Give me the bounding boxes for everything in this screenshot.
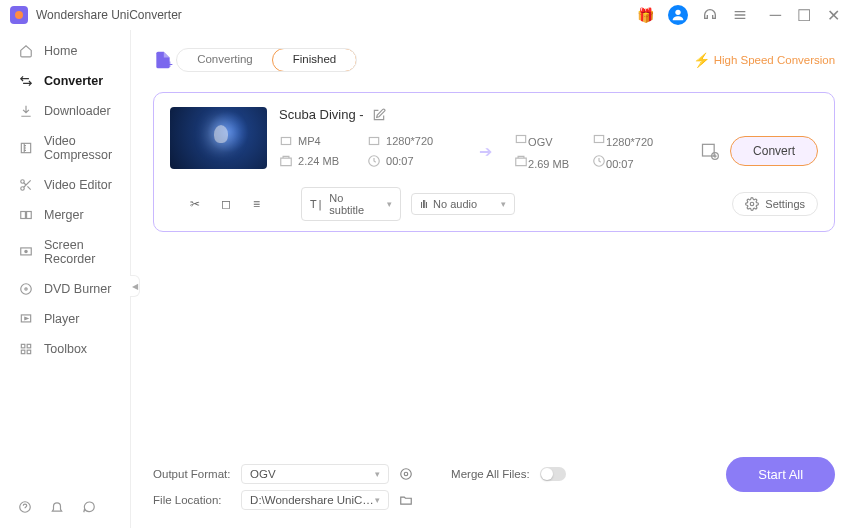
- clock-icon: [592, 154, 606, 168]
- svg-rect-13: [21, 350, 25, 354]
- sidebar-item-compressor[interactable]: Video Compressor: [0, 126, 130, 170]
- help-icon[interactable]: [18, 500, 32, 514]
- tab-converting[interactable]: Converting: [177, 49, 273, 71]
- sidebar-item-recorder[interactable]: Screen Recorder: [0, 230, 130, 274]
- svg-point-9: [25, 288, 27, 290]
- svg-rect-19: [369, 138, 378, 145]
- sidebar-label: DVD Burner: [44, 282, 111, 296]
- compress-icon: [18, 141, 34, 155]
- svg-point-0: [675, 10, 680, 15]
- output-format-label: Output Format:: [153, 468, 231, 480]
- source-duration: 00:07: [386, 155, 414, 167]
- svg-rect-14: [27, 350, 31, 354]
- sidebar-label: Converter: [44, 74, 103, 88]
- settings-label: Settings: [765, 198, 805, 210]
- subtitle-select[interactable]: T| No subtitle ▾: [301, 187, 401, 221]
- item-settings-button[interactable]: Settings: [732, 192, 818, 216]
- sidebar-item-downloader[interactable]: Downloader: [0, 96, 130, 126]
- sidebar-item-dvd[interactable]: DVD Burner: [0, 274, 130, 304]
- more-icon[interactable]: ≡: [246, 197, 267, 211]
- chevron-down-icon: ▾: [501, 199, 506, 209]
- sidebar-label: Video Editor: [44, 178, 112, 192]
- svg-point-28: [401, 469, 412, 480]
- user-icon: [670, 7, 686, 23]
- resolution-icon: [592, 132, 606, 146]
- folder-icon[interactable]: [399, 493, 413, 507]
- hamburger-icon[interactable]: [732, 7, 748, 23]
- svg-rect-5: [27, 212, 32, 219]
- sidebar-item-home[interactable]: Home: [0, 36, 130, 66]
- svg-rect-22: [594, 136, 603, 143]
- collapse-sidebar-button[interactable]: ◀: [130, 275, 140, 297]
- download-icon: [18, 104, 34, 118]
- trim-icon[interactable]: ✂: [184, 197, 205, 211]
- minimize-button[interactable]: ─: [770, 6, 781, 25]
- output-format-select[interactable]: OGV ▾: [241, 464, 389, 484]
- edit-icon[interactable]: [372, 108, 386, 122]
- bottom-bar: Output Format: OGV ▾ Merge All Files: St…: [131, 452, 850, 528]
- gear-icon: [745, 197, 759, 211]
- tab-finished[interactable]: Finished: [272, 48, 357, 72]
- bell-icon[interactable]: [50, 500, 64, 514]
- feedback-icon[interactable]: [82, 500, 96, 514]
- close-button[interactable]: ✕: [827, 6, 840, 25]
- toolbox-icon: [18, 342, 34, 356]
- svg-point-8: [21, 284, 32, 295]
- crop-icon[interactable]: ◻: [215, 197, 236, 211]
- lightning-icon: ⚡: [693, 52, 710, 68]
- gift-icon[interactable]: 🎁: [637, 7, 654, 23]
- svg-rect-4: [21, 212, 26, 219]
- merge-label: Merge All Files:: [451, 468, 530, 480]
- svg-point-26: [751, 202, 755, 206]
- file-location-select[interactable]: D:\Wondershare UniConverter ▾: [241, 490, 389, 510]
- convert-icon: [18, 74, 34, 88]
- merge-toggle[interactable]: [540, 467, 566, 481]
- sidebar-item-converter[interactable]: Converter: [0, 66, 130, 96]
- video-thumbnail[interactable]: [170, 107, 267, 169]
- sidebar-item-editor[interactable]: Video Editor: [0, 170, 130, 200]
- clock-icon: [367, 154, 381, 168]
- target-resolution: 1280*720: [606, 136, 653, 148]
- format-icon: [279, 134, 293, 148]
- size-icon: [514, 154, 528, 168]
- source-size: 2.24 MB: [298, 155, 339, 167]
- svg-rect-12: [27, 344, 31, 348]
- output-format-value: OGV: [250, 468, 276, 480]
- avatar[interactable]: [668, 5, 688, 25]
- size-icon: [279, 154, 293, 168]
- source-format: MP4: [298, 135, 321, 147]
- output-settings-icon[interactable]: [700, 141, 720, 161]
- app-title: Wondershare UniConverter: [36, 8, 182, 22]
- svg-rect-21: [516, 136, 525, 143]
- svg-rect-11: [21, 344, 25, 348]
- maximize-button[interactable]: ☐: [797, 6, 811, 25]
- format-icon: [514, 132, 528, 146]
- target-format: OGV: [528, 136, 552, 148]
- resolution-icon: [367, 134, 381, 148]
- sidebar-item-toolbox[interactable]: Toolbox: [0, 334, 130, 364]
- svg-point-3: [21, 187, 25, 191]
- subtitle-value: No subtitle: [329, 192, 381, 216]
- dvd-icon: [18, 282, 34, 296]
- format-settings-icon[interactable]: [399, 467, 413, 481]
- audio-select[interactable]: ıllı No audio ▾: [411, 193, 515, 215]
- arrow-right-icon: ➔: [479, 142, 492, 161]
- main: ◀ + ▾ + ▾ Converting Finished ⚡ High Spe…: [131, 30, 850, 528]
- file-card: Scuba Diving - MP4 1280*720 2.24 MB 00:0…: [153, 92, 835, 232]
- headset-icon[interactable]: [702, 7, 718, 23]
- sidebar-label: Video Compressor: [44, 134, 112, 162]
- start-all-button[interactable]: Start All: [726, 457, 835, 492]
- target-size: 2.69 MB: [528, 158, 569, 170]
- file-location-value: D:\Wondershare UniConverter: [250, 494, 375, 506]
- home-icon: [18, 44, 34, 58]
- high-speed-toggle[interactable]: ⚡ High Speed Conversion: [693, 52, 835, 68]
- chevron-down-icon: ▾: [375, 469, 380, 479]
- sidebar-label: Downloader: [44, 104, 111, 118]
- sidebar-item-merger[interactable]: Merger: [0, 200, 130, 230]
- merger-icon: [18, 208, 34, 222]
- convert-button[interactable]: Convert: [730, 136, 818, 166]
- player-icon: [18, 312, 34, 326]
- audio-value: No audio: [433, 198, 477, 210]
- sidebar-item-player[interactable]: Player: [0, 304, 130, 334]
- file-location-label: File Location:: [153, 494, 231, 506]
